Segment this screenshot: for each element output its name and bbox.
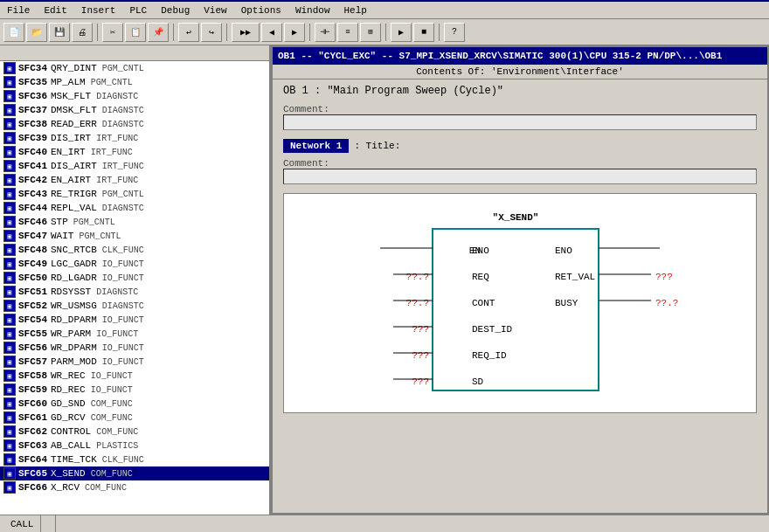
tree-item-sfc37[interactable]: ▣SFC37DMSK_FLTDIAGNSTC: [0, 103, 269, 117]
tree-item-col1: TIME_TCK: [51, 454, 97, 465]
tree-item-icon: ▣: [3, 397, 16, 410]
toolbar-paste[interactable]: 📌: [148, 23, 169, 42]
tree-item-col2: DIAGNSTC: [102, 120, 144, 129]
menu-edit[interactable]: Edit: [37, 2, 73, 18]
toolbar-copy[interactable]: 📋: [125, 23, 146, 42]
tree-item-col2: IO_FUNCT: [102, 259, 144, 269]
tree-item-sfc50[interactable]: ▣SFC50RD_LGADRIO_FUNCT: [0, 271, 269, 285]
toolbar-ladder[interactable]: ⊣⊢: [315, 23, 336, 42]
toolbar-open[interactable]: 📂: [26, 23, 47, 42]
tree-item-sfc61[interactable]: ▣SFC61GD_RCVCOM_FUNC: [0, 411, 269, 425]
tree-item-sfc51[interactable]: ▣SFC51RDSYSSTDIAGNSTC: [0, 285, 269, 299]
inner-title-bar: OB1 -- "CYCL_EXC" -- S7_MPI_XSEND_XRCV\S…: [273, 47, 767, 65]
tree-item-col1: MSK_FLT: [51, 91, 91, 101]
comment-box-2[interactable]: [283, 169, 757, 184]
tree-item-icon: ▣: [3, 286, 16, 298]
tree-item-col1: WR_USMSG: [51, 301, 97, 311]
tree-item-sfc65[interactable]: ▣SFC65X_SENDCOM_FUNC: [0, 466, 269, 480]
toolbar-sep4: [309, 24, 310, 41]
tree-item-sfc63[interactable]: ▣SFC63AB_CALLPLASTICS: [0, 439, 269, 453]
tree-item-icon: ▣: [3, 174, 16, 186]
tree-item-sfc52[interactable]: ▣SFC52WR_USMSGDIAGNSTC: [0, 299, 269, 313]
tree-view[interactable]: ▣SFC34QRY_DINTPGM_CNTL▣SFC35MP_ALMPGM_CN…: [0, 61, 269, 515]
network-row: Network 1 : Title:: [273, 135, 767, 156]
tree-item-name: SFC37: [18, 105, 47, 115]
tree-item-sfc58[interactable]: ▣SFC58WR_RECIO_FUNCT: [0, 369, 269, 383]
comment-box-1[interactable]: [283, 114, 757, 130]
menu-insert[interactable]: Insert: [74, 2, 123, 18]
toolbar-stl[interactable]: ≡: [337, 23, 358, 42]
tree-item-col1: LGC_GADR: [51, 259, 97, 269]
svg-text:RET_VAL: RET_VAL: [555, 272, 595, 282]
tree-item-sfc39[interactable]: ▣SFC39DIS_IRTIRT_FUNC: [0, 131, 269, 145]
inner-window: OB1 -- "CYCL_EXC" -- S7_MPI_XSEND_XRCV\S…: [271, 45, 769, 515]
tree-item-sfc56[interactable]: ▣SFC56WR_DPARMIO_FUNCT: [0, 341, 269, 355]
network-title: : Title:: [354, 141, 400, 151]
tree-item-col1: REPL_VAL: [51, 203, 97, 213]
tree-item-sfc55[interactable]: ▣SFC55WR_PARMIO_FUNCT: [0, 327, 269, 341]
tree-item-sfc35[interactable]: ▣SFC35MP_ALMPGM_CNTL: [0, 75, 269, 89]
comment-label-2: Comment:: [283, 158, 329, 169]
tree-item-sfc43[interactable]: ▣SFC43RE_TRIGRPGM_CNTL: [0, 187, 269, 201]
tree-item-sfc62[interactable]: ▣SFC62CONTROLCOM_FUNC: [0, 425, 269, 439]
toolbar-print[interactable]: 🖨: [72, 23, 93, 42]
menu-options[interactable]: Options: [234, 2, 288, 18]
tree-item-sfc49[interactable]: ▣SFC49LGC_GADRIO_FUNCT: [0, 257, 269, 271]
tree-item-icon: ▣: [3, 216, 16, 228]
toolbar-help[interactable]: ?: [444, 23, 465, 42]
fbd-diagram: "X_SEND" EN ENO ENO: [319, 203, 721, 404]
toolbar-undo[interactable]: ↩: [178, 23, 199, 42]
toolbar-new[interactable]: 📄: [3, 23, 24, 42]
toolbar-stop[interactable]: ■: [413, 23, 434, 42]
tree-item-sfc60[interactable]: ▣SFC60GD_SNDCOM_FUNC: [0, 397, 269, 411]
toolbar-cut[interactable]: ✂: [102, 23, 123, 42]
tree-item-col2: IO_FUNCT: [102, 343, 144, 353]
left-panel-header: [0, 45, 269, 61]
toolbar-icon3[interactable]: 💾: [49, 23, 70, 42]
tree-item-sfc40[interactable]: ▣SFC40EN_IRTIRT_FUNC: [0, 145, 269, 159]
svg-text:REQ: REQ: [472, 272, 489, 282]
tree-item-name: SFC41: [18, 161, 47, 171]
tree-item-name: SFC58: [18, 370, 47, 381]
tree-item-sfc38[interactable]: ▣SFC38READ_ERRDIAGNSTC: [0, 117, 269, 131]
tree-item-sfc34[interactable]: ▣SFC34QRY_DINTPGM_CNTL: [0, 61, 269, 75]
menu-plc[interactable]: PLC: [122, 2, 154, 18]
menu-debug[interactable]: Debug: [154, 2, 197, 18]
svg-text:??.?: ??.?: [655, 298, 678, 308]
menu-view[interactable]: View: [197, 2, 233, 18]
tree-item-sfc64[interactable]: ▣SFC64TIME_TCKCLK_FUNC: [0, 453, 269, 466]
menu-file[interactable]: File: [0, 2, 37, 18]
tree-item-sfc44[interactable]: ▣SFC44REPL_VALDIAGNSTC: [0, 201, 269, 215]
tree-item-sfc46[interactable]: ▣SFC46STPPGM_CNTL: [0, 215, 269, 229]
tree-item-name: SFC34: [18, 63, 47, 73]
tree-item-col1: READ_ERR: [51, 119, 97, 129]
tree-item-sfc59[interactable]: ▣SFC59RD_RECIO_FUNCT: [0, 383, 269, 397]
tree-item-sfc54[interactable]: ▣SFC54RD_DPARMIO_FUNCT: [0, 313, 269, 327]
tree-item-sfc42[interactable]: ▣SFC42EN_AIRTIRT_FUNC: [0, 173, 269, 187]
tree-item-col2: IRT_FUNC: [102, 162, 144, 171]
tree-item-col2: IRT_FUNC: [91, 148, 133, 157]
toolbar-btn2[interactable]: ◀: [261, 23, 282, 42]
toolbar-btn1[interactable]: ▶▶: [232, 23, 260, 42]
toolbar-run[interactable]: ▶: [391, 23, 412, 42]
tree-item-sfc57[interactable]: ▣SFC57PARM_MODIO_FUNCT: [0, 355, 269, 369]
tree-item-sfc36[interactable]: ▣SFC36MSK_FLTDIAGNSTC: [0, 89, 269, 103]
tree-item-sfc66[interactable]: ▣SFC66X_RCVCOM_FUNC: [0, 480, 269, 494]
menu-window[interactable]: Window: [288, 2, 337, 18]
tree-item-name: SFC52: [18, 301, 47, 311]
menu-help[interactable]: Help: [336, 2, 373, 18]
tree-item-col1: X_SEND: [51, 468, 86, 479]
tree-item-icon: ▣: [3, 104, 16, 116]
tree-item-col2: PGM_CNTL: [73, 218, 115, 227]
toolbar-fbd[interactable]: ⊞: [360, 23, 381, 42]
tree-item-sfc48[interactable]: ▣SFC48SNC_RTCBCLK_FUNC: [0, 243, 269, 257]
tree-item-col2: COM_FUNC: [91, 413, 133, 423]
tree-item-sfc41[interactable]: ▣SFC41DIS_AIRTIRT_FUNC: [0, 159, 269, 173]
tree-item-col1: RDSYSST: [51, 287, 91, 297]
left-panel: ▣SFC34QRY_DINTPGM_CNTL▣SFC35MP_ALMPGM_CN…: [0, 45, 271, 515]
toolbar-redo[interactable]: ↪: [201, 23, 222, 42]
toolbar-btn3[interactable]: ▶: [284, 23, 305, 42]
tree-item-icon: ▣: [3, 467, 16, 480]
tree-item-sfc47[interactable]: ▣SFC47WAITPGM_CNTL: [0, 229, 269, 243]
tree-item-col2: PGM_CNTL: [102, 64, 144, 73]
